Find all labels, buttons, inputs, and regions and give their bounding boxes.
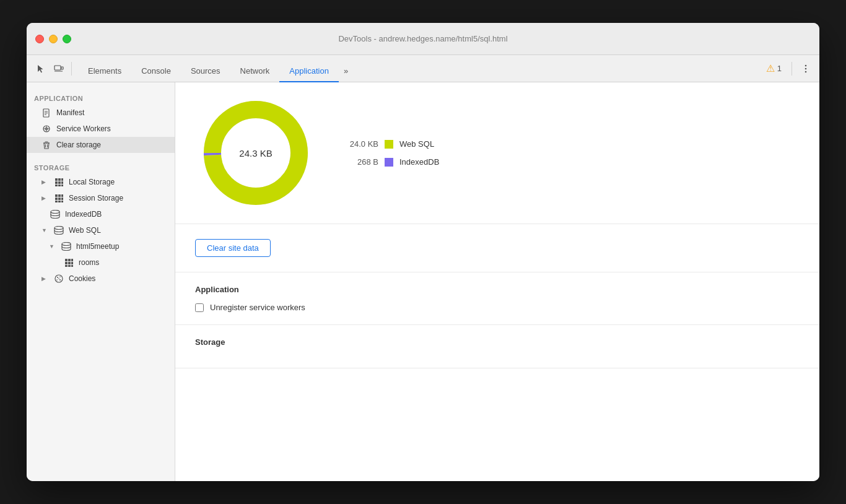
tab-application[interactable]: Application: [279, 60, 339, 82]
more-options-icon[interactable]: [797, 60, 814, 77]
svg-rect-22: [61, 181, 63, 184]
svg-rect-33: [58, 201, 61, 202]
svg-rect-44: [65, 265, 68, 267]
indexeddb-icon: [50, 209, 60, 219]
svg-point-49: [59, 276, 61, 277]
svg-rect-21: [58, 181, 61, 184]
sidebar-item-html5meetup[interactable]: ▼ html5meetup: [27, 238, 175, 254]
window-title: DevTools - andrew.hedges.name/html5/sql.…: [338, 34, 507, 43]
svg-point-36: [55, 227, 63, 230]
svg-point-37: [62, 243, 71, 246]
svg-rect-29: [55, 198, 58, 200]
devtools-window: DevTools - andrew.hedges.name/html5/sql.…: [27, 23, 819, 481]
chart-area: 24.3 KB 24.0 KB Web SQL 268 B IndexedDB: [175, 82, 819, 224]
tab-sources[interactable]: Sources: [181, 60, 230, 82]
svg-rect-46: [71, 265, 73, 267]
warning-badge[interactable]: ⚠ 1: [761, 63, 787, 74]
rooms-icon: [64, 258, 74, 267]
indexeddb-name: IndexedDB: [399, 157, 439, 167]
svg-rect-45: [68, 265, 71, 267]
svg-rect-40: [71, 259, 73, 261]
svg-point-4: [805, 67, 807, 69]
clear-site-data-button[interactable]: Clear site data: [195, 239, 271, 257]
svg-rect-1: [61, 67, 63, 69]
toolbar-divider-2: [791, 62, 792, 76]
service-workers-icon: [41, 124, 51, 134]
clear-storage-label: Clear storage: [56, 141, 167, 149]
websql-icon: [54, 225, 64, 235]
cursor-icon[interactable]: [32, 60, 49, 77]
svg-rect-31: [61, 198, 63, 200]
maximize-button[interactable]: [63, 35, 71, 43]
session-storage-icon: [54, 193, 64, 203]
manifest-label: Manifest: [56, 108, 167, 117]
svg-rect-42: [68, 262, 71, 264]
close-button[interactable]: [35, 35, 44, 43]
websql-label: Web SQL: [69, 226, 167, 235]
main-content: Application Manifest: [27, 82, 819, 481]
svg-rect-0: [55, 66, 61, 70]
html5meetup-arrow-icon: ▼: [49, 243, 56, 250]
local-storage-label: Local Storage: [69, 178, 167, 186]
traffic-lights: [35, 35, 71, 43]
svg-rect-30: [58, 198, 61, 200]
svg-point-50: [56, 279, 58, 280]
storage-section-label: Storage: [27, 159, 175, 174]
session-storage-label: Session Storage: [69, 194, 167, 202]
svg-point-35: [51, 211, 59, 214]
clear-storage-icon: [41, 140, 51, 150]
svg-rect-32: [55, 201, 58, 202]
html5meetup-icon: [61, 241, 71, 251]
svg-point-5: [805, 71, 807, 72]
sidebar-item-indexeddb[interactable]: IndexedDB: [27, 206, 175, 222]
sidebar: Application Manifest: [27, 82, 175, 481]
tab-more[interactable]: »: [339, 59, 353, 82]
sidebar-item-clear-storage[interactable]: Clear storage: [27, 137, 175, 153]
svg-point-51: [59, 279, 61, 280]
svg-point-48: [57, 277, 58, 278]
cookies-label: Cookies: [69, 274, 167, 283]
sidebar-item-websql[interactable]: ▼ Web SQL: [27, 222, 175, 238]
svg-rect-20: [55, 181, 58, 184]
sidebar-item-service-workers[interactable]: Service Workers: [27, 121, 175, 137]
legend-item-indexeddb: 268 B IndexedDB: [341, 157, 439, 167]
sidebar-item-rooms[interactable]: rooms: [27, 254, 175, 271]
unregister-checkbox[interactable]: [195, 303, 204, 312]
svg-point-3: [805, 64, 807, 66]
tab-elements[interactable]: Elements: [78, 60, 131, 82]
sidebar-item-local-storage[interactable]: ▶ Local Storage: [27, 174, 175, 190]
svg-rect-19: [61, 178, 63, 181]
legend-item-websql: 24.0 KB Web SQL: [341, 139, 439, 149]
cookies-arrow-icon: ▶: [41, 276, 49, 282]
tab-bar: Elements Console Sources Network Applica…: [76, 55, 760, 82]
unregister-row[interactable]: Unregister service workers: [195, 303, 800, 312]
svg-rect-18: [58, 178, 61, 181]
unregister-label: Unregister service workers: [210, 303, 305, 312]
content-panel: 24.3 KB 24.0 KB Web SQL 268 B IndexedDB: [175, 82, 819, 481]
tab-network[interactable]: Network: [230, 60, 280, 82]
storage-section-title: Storage: [195, 337, 800, 347]
device-icon[interactable]: [50, 60, 68, 77]
svg-rect-26: [55, 194, 58, 197]
svg-rect-38: [65, 259, 68, 261]
clear-section: Clear site data: [175, 224, 819, 272]
donut-center-label: 24.3 KB: [239, 148, 272, 159]
tab-console[interactable]: Console: [131, 60, 181, 82]
svg-point-52: [58, 278, 59, 279]
websql-name: Web SQL: [399, 139, 434, 149]
rooms-label: rooms: [79, 258, 167, 267]
websql-arrow-icon: ▼: [41, 227, 49, 233]
svg-rect-28: [61, 194, 63, 197]
indexeddb-label: IndexedDB: [65, 210, 167, 219]
toolbar-right: ⚠ 1: [761, 60, 814, 77]
sidebar-item-cookies[interactable]: ▶ Cookies: [27, 271, 175, 287]
svg-rect-25: [61, 185, 63, 186]
indexeddb-value: 268 B: [341, 157, 378, 167]
svg-rect-24: [58, 185, 61, 186]
sidebar-item-manifest[interactable]: Manifest: [27, 105, 175, 121]
svg-rect-23: [55, 185, 58, 186]
svg-rect-17: [55, 178, 58, 181]
local-storage-icon: [54, 177, 64, 187]
minimize-button[interactable]: [49, 35, 58, 43]
sidebar-item-session-storage[interactable]: ▶ Session Storage: [27, 190, 175, 206]
